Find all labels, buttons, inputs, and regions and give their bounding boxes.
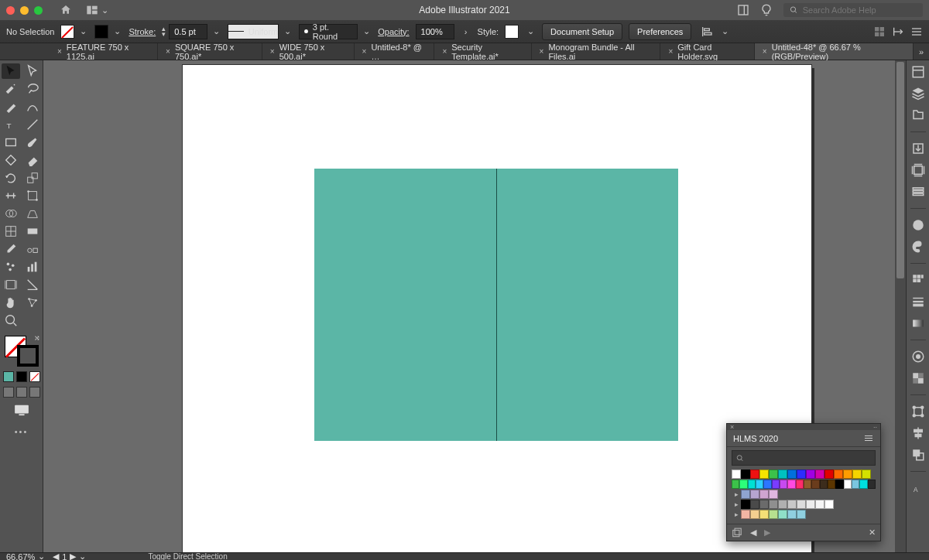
minimize-window-button[interactable]: [20, 6, 29, 15]
gradient-tool[interactable]: [23, 224, 42, 239]
swatch-chip[interactable]: [844, 480, 852, 489]
document-tab[interactable]: ×SQUARE 750 x 750.ai*: [158, 43, 262, 60]
swatch-search-input[interactable]: [748, 453, 871, 463]
vertical-scrollbar[interactable]: [895, 60, 906, 552]
swatch-group-folder-icon[interactable]: ▸: [732, 510, 741, 518]
swatch-chip[interactable]: [750, 470, 759, 479]
stroke-weight-field[interactable]: 0.5 pt: [169, 24, 207, 39]
shape-builder-tool[interactable]: [2, 206, 20, 221]
document-tab[interactable]: ×Monogram Bundle - All Files.ai: [532, 43, 661, 60]
stroke-panel-icon[interactable]: [911, 295, 925, 309]
rotate-tool[interactable]: [2, 170, 20, 186]
swatch-chip[interactable]: [852, 470, 862, 479]
close-window-button[interactable]: [6, 6, 15, 15]
swatch-chip[interactable]: [769, 510, 778, 519]
graphic-style-swatch[interactable]: [505, 25, 519, 39]
control-option-icon[interactable]: [892, 26, 904, 38]
opacity-field[interactable]: 100%: [416, 24, 454, 39]
swatch-chip[interactable]: [852, 480, 859, 489]
mesh-tool[interactable]: [2, 224, 20, 239]
artboards-panel-icon[interactable]: [911, 163, 925, 177]
transparency-panel-icon[interactable]: [911, 371, 925, 385]
fill-stroke-proxy[interactable]: ⤭: [5, 336, 39, 367]
document-tab[interactable]: ×Security Template.ai*: [434, 43, 531, 60]
swatch-group-folder-icon[interactable]: ▸: [732, 500, 741, 508]
chevron-down-icon[interactable]: ⌄: [282, 26, 293, 36]
next-library-icon[interactable]: ▶: [764, 528, 770, 538]
swatch-chip[interactable]: [806, 500, 815, 509]
stroke-label[interactable]: Stroke:: [129, 27, 156, 36]
gradient-panel-icon[interactable]: [911, 316, 925, 330]
swatch-chip[interactable]: [769, 500, 778, 509]
help-search-input[interactable]: [803, 5, 917, 15]
zoom-tool[interactable]: [2, 312, 20, 328]
document-tab[interactable]: ×FEATURE 750 x 1125.ai: [50, 43, 158, 60]
swatch-chip[interactable]: [806, 470, 815, 479]
swatch-chip[interactable]: [787, 480, 795, 489]
close-tab-icon[interactable]: ×: [57, 47, 62, 56]
line-tool[interactable]: [23, 117, 42, 132]
chevron-down-icon[interactable]: ⌄: [79, 551, 86, 560]
chevron-down-icon[interactable]: ⌄: [719, 26, 730, 36]
stepper-icon[interactable]: ▴▾: [162, 26, 166, 37]
swatch-chip[interactable]: [811, 480, 819, 489]
swatch-chip[interactable]: [780, 480, 787, 489]
hand-tool[interactable]: [2, 295, 20, 310]
width-tool[interactable]: [2, 188, 20, 203]
transform-panel-icon[interactable]: [911, 405, 925, 418]
swatch-chip[interactable]: [834, 470, 843, 479]
opacity-label[interactable]: Opacity:: [378, 27, 409, 36]
properties-panel-icon[interactable]: [911, 65, 925, 79]
rectangle-tool[interactable]: [2, 135, 20, 150]
swatch-chip[interactable]: [820, 480, 828, 489]
puppet-warp-tool[interactable]: [23, 295, 42, 310]
chevron-right-icon[interactable]: ›: [461, 27, 471, 36]
document-setup-button[interactable]: Document Setup: [542, 23, 622, 40]
color-panel-icon[interactable]: [911, 218, 925, 232]
swatch-chip[interactable]: [787, 500, 797, 509]
swatch-chip[interactable]: [741, 500, 750, 509]
appearance-panel-icon[interactable]: [911, 350, 925, 364]
swatch-chip[interactable]: [759, 500, 769, 509]
swatch-chip[interactable]: [804, 480, 811, 489]
draw-mode-inside[interactable]: [29, 387, 40, 398]
chevron-down-icon[interactable]: ⌄: [38, 551, 45, 560]
close-tab-icon[interactable]: ×: [166, 47, 170, 56]
stroke-swatch[interactable]: [94, 25, 108, 39]
scale-tool[interactable]: [23, 170, 42, 186]
swatch-chip[interactable]: [732, 470, 741, 479]
brush-dropdown[interactable]: 3 pt. Round: [299, 24, 358, 39]
zoom-window-button[interactable]: [34, 6, 43, 15]
preferences-button[interactable]: Preferences: [629, 23, 691, 40]
selection-tool[interactable]: [2, 63, 20, 79]
swatch-chip[interactable]: [868, 480, 876, 489]
lasso-tool[interactable]: [23, 81, 42, 97]
swatch-search[interactable]: [732, 450, 876, 466]
perspective-grid-tool[interactable]: [23, 206, 42, 221]
artboard-number[interactable]: 1: [62, 552, 67, 561]
rectangle-shape[interactable]: [314, 169, 678, 441]
swatch-chip[interactable]: [815, 500, 824, 509]
swatch-chip[interactable]: [741, 510, 750, 519]
workspace-switcher-icon[interactable]: [737, 4, 749, 16]
swatch-chip[interactable]: [787, 510, 797, 519]
swatch-chip[interactable]: [796, 480, 804, 489]
swatch-chip[interactable]: [797, 500, 806, 509]
swatch-chip[interactable]: [859, 480, 867, 489]
document-tab[interactable]: ×Untitled-48* @ 66.67 % (RGB/Preview): [755, 43, 914, 60]
artboard-prev-icon[interactable]: ◀: [53, 551, 59, 560]
chevron-down-icon[interactable]: ⌄: [77, 26, 88, 36]
align-panel-icon[interactable]: [911, 426, 925, 440]
whats-new-icon[interactable]: [760, 4, 773, 16]
placeholder-tool[interactable]: [23, 312, 42, 328]
document-tab[interactable]: ×Gift Card Holder.svg: [660, 43, 754, 60]
chevron-down-icon[interactable]: ⌄: [361, 26, 372, 36]
chevron-down-icon[interactable]: ⌄: [525, 26, 536, 36]
css-panel-icon[interactable]: [911, 185, 925, 199]
swatch-group-folder-icon[interactable]: ▸: [732, 490, 741, 498]
close-tab-icon[interactable]: ×: [540, 47, 544, 56]
close-tab-icon[interactable]: ×: [763, 47, 767, 56]
align-to-icon[interactable]: [701, 26, 713, 38]
swatch-chip[interactable]: [741, 490, 750, 499]
chevron-down-icon[interactable]: ⌄: [211, 26, 221, 36]
